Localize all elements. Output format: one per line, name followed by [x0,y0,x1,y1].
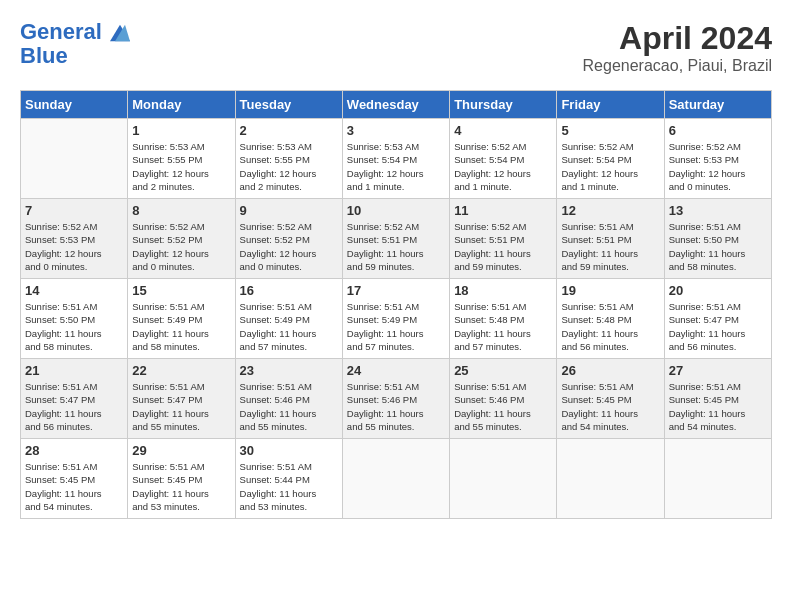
day-info: Sunrise: 5:51 AM Sunset: 5:46 PM Dayligh… [347,380,445,433]
day-info: Sunrise: 5:53 AM Sunset: 5:54 PM Dayligh… [347,140,445,193]
calendar-cell: 23Sunrise: 5:51 AM Sunset: 5:46 PM Dayli… [235,359,342,439]
day-info: Sunrise: 5:52 AM Sunset: 5:53 PM Dayligh… [25,220,123,273]
calendar-cell: 6Sunrise: 5:52 AM Sunset: 5:53 PM Daylig… [664,119,771,199]
day-number: 17 [347,283,445,298]
day-number: 3 [347,123,445,138]
day-number: 19 [561,283,659,298]
calendar-cell: 25Sunrise: 5:51 AM Sunset: 5:46 PM Dayli… [450,359,557,439]
logo-icon [110,23,130,43]
calendar-week-row: 1Sunrise: 5:53 AM Sunset: 5:55 PM Daylig… [21,119,772,199]
weekday-header-sunday: Sunday [21,91,128,119]
calendar-cell: 29Sunrise: 5:51 AM Sunset: 5:45 PM Dayli… [128,439,235,519]
calendar-week-row: 7Sunrise: 5:52 AM Sunset: 5:53 PM Daylig… [21,199,772,279]
calendar-cell: 8Sunrise: 5:52 AM Sunset: 5:52 PM Daylig… [128,199,235,279]
day-info: Sunrise: 5:51 AM Sunset: 5:47 PM Dayligh… [669,300,767,353]
calendar-cell: 20Sunrise: 5:51 AM Sunset: 5:47 PM Dayli… [664,279,771,359]
logo-blue: Blue [20,43,68,68]
calendar-cell [664,439,771,519]
day-number: 29 [132,443,230,458]
calendar-cell: 7Sunrise: 5:52 AM Sunset: 5:53 PM Daylig… [21,199,128,279]
weekday-header-saturday: Saturday [664,91,771,119]
day-info: Sunrise: 5:51 AM Sunset: 5:45 PM Dayligh… [669,380,767,433]
day-info: Sunrise: 5:52 AM Sunset: 5:54 PM Dayligh… [454,140,552,193]
calendar-cell: 18Sunrise: 5:51 AM Sunset: 5:48 PM Dayli… [450,279,557,359]
day-number: 24 [347,363,445,378]
weekday-header-friday: Friday [557,91,664,119]
day-info: Sunrise: 5:51 AM Sunset: 5:50 PM Dayligh… [669,220,767,273]
logo-general: General [20,19,102,44]
weekday-header-wednesday: Wednesday [342,91,449,119]
day-info: Sunrise: 5:51 AM Sunset: 5:45 PM Dayligh… [132,460,230,513]
day-number: 4 [454,123,552,138]
day-info: Sunrise: 5:52 AM Sunset: 5:52 PM Dayligh… [240,220,338,273]
calendar-cell: 22Sunrise: 5:51 AM Sunset: 5:47 PM Dayli… [128,359,235,439]
day-info: Sunrise: 5:51 AM Sunset: 5:49 PM Dayligh… [347,300,445,353]
day-info: Sunrise: 5:52 AM Sunset: 5:51 PM Dayligh… [454,220,552,273]
calendar-cell: 13Sunrise: 5:51 AM Sunset: 5:50 PM Dayli… [664,199,771,279]
logo: General Blue [20,20,130,68]
month-title: April 2024 [583,20,772,57]
calendar-cell: 19Sunrise: 5:51 AM Sunset: 5:48 PM Dayli… [557,279,664,359]
day-info: Sunrise: 5:51 AM Sunset: 5:45 PM Dayligh… [25,460,123,513]
day-info: Sunrise: 5:51 AM Sunset: 5:45 PM Dayligh… [561,380,659,433]
calendar-cell: 4Sunrise: 5:52 AM Sunset: 5:54 PM Daylig… [450,119,557,199]
calendar-cell: 9Sunrise: 5:52 AM Sunset: 5:52 PM Daylig… [235,199,342,279]
calendar-cell: 27Sunrise: 5:51 AM Sunset: 5:45 PM Dayli… [664,359,771,439]
day-number: 16 [240,283,338,298]
calendar-cell: 30Sunrise: 5:51 AM Sunset: 5:44 PM Dayli… [235,439,342,519]
day-number: 18 [454,283,552,298]
weekday-header-tuesday: Tuesday [235,91,342,119]
calendar-cell: 2Sunrise: 5:53 AM Sunset: 5:55 PM Daylig… [235,119,342,199]
calendar-cell: 12Sunrise: 5:51 AM Sunset: 5:51 PM Dayli… [557,199,664,279]
calendar-cell: 17Sunrise: 5:51 AM Sunset: 5:49 PM Dayli… [342,279,449,359]
title-block: April 2024 Regeneracao, Piaui, Brazil [583,20,772,75]
day-number: 13 [669,203,767,218]
day-number: 21 [25,363,123,378]
calendar-cell: 11Sunrise: 5:52 AM Sunset: 5:51 PM Dayli… [450,199,557,279]
day-number: 30 [240,443,338,458]
day-number: 10 [347,203,445,218]
location-subtitle: Regeneracao, Piaui, Brazil [583,57,772,75]
calendar-cell: 5Sunrise: 5:52 AM Sunset: 5:54 PM Daylig… [557,119,664,199]
calendar-cell: 28Sunrise: 5:51 AM Sunset: 5:45 PM Dayli… [21,439,128,519]
day-info: Sunrise: 5:51 AM Sunset: 5:48 PM Dayligh… [561,300,659,353]
calendar-header-row: SundayMondayTuesdayWednesdayThursdayFrid… [21,91,772,119]
day-number: 7 [25,203,123,218]
day-number: 14 [25,283,123,298]
day-info: Sunrise: 5:53 AM Sunset: 5:55 PM Dayligh… [240,140,338,193]
calendar-week-row: 21Sunrise: 5:51 AM Sunset: 5:47 PM Dayli… [21,359,772,439]
weekday-header-thursday: Thursday [450,91,557,119]
day-number: 23 [240,363,338,378]
calendar-cell: 26Sunrise: 5:51 AM Sunset: 5:45 PM Dayli… [557,359,664,439]
day-number: 8 [132,203,230,218]
calendar-cell: 3Sunrise: 5:53 AM Sunset: 5:54 PM Daylig… [342,119,449,199]
day-number: 27 [669,363,767,378]
day-info: Sunrise: 5:51 AM Sunset: 5:46 PM Dayligh… [240,380,338,433]
day-info: Sunrise: 5:51 AM Sunset: 5:50 PM Dayligh… [25,300,123,353]
day-info: Sunrise: 5:53 AM Sunset: 5:55 PM Dayligh… [132,140,230,193]
calendar-cell: 16Sunrise: 5:51 AM Sunset: 5:49 PM Dayli… [235,279,342,359]
calendar-cell: 14Sunrise: 5:51 AM Sunset: 5:50 PM Dayli… [21,279,128,359]
calendar-cell: 24Sunrise: 5:51 AM Sunset: 5:46 PM Dayli… [342,359,449,439]
calendar-cell: 10Sunrise: 5:52 AM Sunset: 5:51 PM Dayli… [342,199,449,279]
calendar-table: SundayMondayTuesdayWednesdayThursdayFrid… [20,90,772,519]
day-info: Sunrise: 5:51 AM Sunset: 5:44 PM Dayligh… [240,460,338,513]
day-number: 1 [132,123,230,138]
day-info: Sunrise: 5:52 AM Sunset: 5:52 PM Dayligh… [132,220,230,273]
calendar-cell [557,439,664,519]
day-number: 5 [561,123,659,138]
day-number: 20 [669,283,767,298]
day-number: 2 [240,123,338,138]
day-number: 12 [561,203,659,218]
day-info: Sunrise: 5:52 AM Sunset: 5:54 PM Dayligh… [561,140,659,193]
calendar-cell: 1Sunrise: 5:53 AM Sunset: 5:55 PM Daylig… [128,119,235,199]
day-number: 25 [454,363,552,378]
day-number: 26 [561,363,659,378]
day-info: Sunrise: 5:51 AM Sunset: 5:48 PM Dayligh… [454,300,552,353]
day-info: Sunrise: 5:51 AM Sunset: 5:46 PM Dayligh… [454,380,552,433]
day-info: Sunrise: 5:51 AM Sunset: 5:47 PM Dayligh… [132,380,230,433]
page-header: General Blue April 2024 Regeneracao, Pia… [20,20,772,75]
day-number: 6 [669,123,767,138]
calendar-cell: 21Sunrise: 5:51 AM Sunset: 5:47 PM Dayli… [21,359,128,439]
calendar-cell [21,119,128,199]
